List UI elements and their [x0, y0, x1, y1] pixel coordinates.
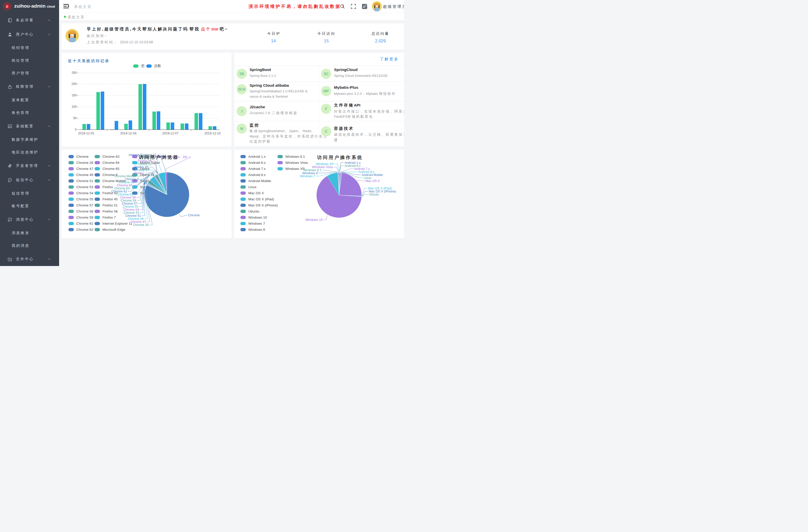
svg-text:Mac OS X: Mac OS X [365, 179, 380, 183]
svg-text:Chrome 59: Chrome 59 [120, 196, 136, 199]
svg-text:Chrome 49: Chrome 49 [128, 217, 144, 221]
svg-text:Chrome 63: Chrome 63 [114, 187, 130, 190]
svg-text:Firefox 42: Firefox 42 [135, 168, 149, 172]
svg-text:Chrome 8: Chrome 8 [125, 178, 139, 181]
svg-text:Z: Z [6, 4, 8, 8]
svg-text:Chrome 51: Chrome 51 [125, 214, 141, 218]
svg-text:Firefox 51: Firefox 51 [137, 162, 152, 166]
svg-text:文: 文 [365, 4, 367, 6]
svg-text:访问用户操作系统: 访问用户操作系统 [317, 155, 363, 160]
svg-text:Firefox: Firefox [134, 171, 144, 175]
svg-text:Chrome 26: Chrome 26 [133, 223, 149, 227]
svg-text:Chrome 62: Chrome 62 [111, 190, 127, 193]
svg-text:Chrome 47: Chrome 47 [130, 220, 146, 224]
svg-text:Chrome 57: Chrome 57 [122, 202, 137, 205]
svg-text:Ubuntu: Ubuntu [369, 192, 379, 196]
svg-text:Chrome 65: Chrome 65 [119, 181, 134, 184]
svg-text:Chrome Mobile: Chrome Mobile [114, 175, 136, 178]
svg-text:Chrome 53: Chrome 53 [124, 211, 139, 215]
svg-text:Chrome 54: Chrome 54 [123, 208, 139, 212]
svg-text:Firefox 45: Firefox 45 [134, 165, 148, 169]
svg-text:Windows 7: Windows 7 [300, 174, 315, 178]
svg-text:访问用户浏览器: 访问用户浏览器 [139, 154, 179, 160]
svg-text:Windows 10: Windows 10 [305, 218, 323, 221]
svg-text:Chrome: Chrome [188, 213, 200, 217]
svg-text:Chrome 61: Chrome 61 [117, 193, 133, 196]
svg-text:Chrome 58: Chrome 58 [121, 199, 136, 202]
svg-text:Chrome 64: Chrome 64 [117, 184, 132, 187]
svg-text:Chrome 55: Chrome 55 [123, 205, 138, 208]
svg-text:Firefox 56: Firefox 56 [138, 159, 152, 163]
